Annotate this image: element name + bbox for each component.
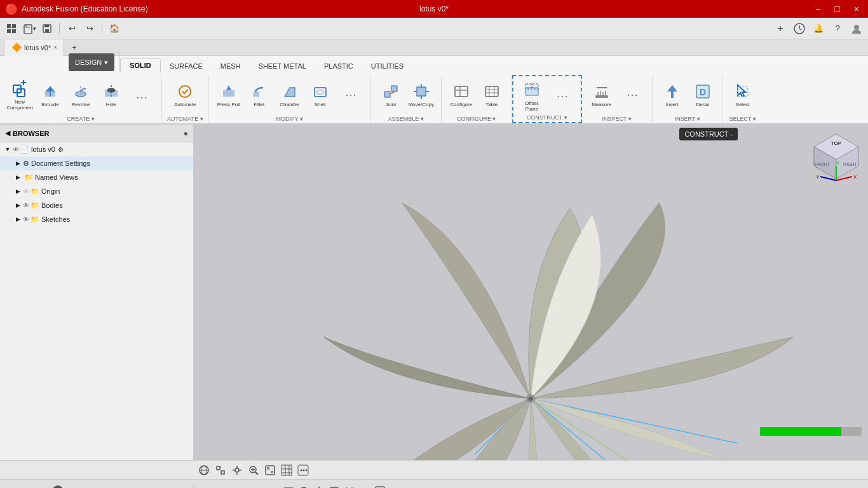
tab-plastic[interactable]: PLASTIC bbox=[315, 60, 362, 72]
tl-icon-5[interactable] bbox=[342, 484, 356, 489]
insert-button[interactable]: Insert bbox=[658, 76, 687, 111]
root-settings-icon[interactable]: ⚙ bbox=[58, 146, 64, 153]
timeline-end-button[interactable]: ⏭ bbox=[265, 484, 279, 489]
automate-button[interactable]: Automate bbox=[170, 76, 200, 111]
zoom-button[interactable] bbox=[247, 463, 261, 477]
maximize-button[interactable]: □ bbox=[831, 4, 843, 14]
display-mode-button[interactable] bbox=[263, 463, 277, 477]
design-button[interactable]: DESIGN ▾ bbox=[69, 53, 114, 71]
tab-surface[interactable]: SURFACE bbox=[161, 60, 212, 72]
undo-button[interactable]: ↩ bbox=[64, 22, 79, 36]
create-label[interactable]: CREATE bbox=[67, 116, 94, 122]
revolve-button[interactable]: Revolve bbox=[66, 76, 95, 111]
tab-solid[interactable]: SOLID bbox=[120, 58, 161, 72]
shell-button[interactable]: Shell bbox=[306, 76, 335, 111]
collapse-icon[interactable]: ◀ bbox=[5, 129, 10, 137]
grid-menu-button[interactable] bbox=[4, 22, 19, 36]
tree-item-named-views[interactable]: ▶ 📁 Named Views bbox=[0, 170, 193, 184]
origin-visibility[interactable]: 👁 bbox=[23, 188, 29, 195]
add-comment-button[interactable]: + bbox=[52, 485, 64, 489]
root-collapse-icon[interactable]: ▼ bbox=[3, 144, 13, 154]
configure-button[interactable]: Configure bbox=[447, 76, 476, 111]
configure-label[interactable]: CONFIGURE bbox=[457, 116, 496, 122]
redo-button[interactable]: ↪ bbox=[82, 22, 97, 36]
assemble-label[interactable]: ASSEMBLE bbox=[388, 116, 424, 122]
online-status[interactable] bbox=[792, 22, 807, 36]
3d-viewport-canvas[interactable] bbox=[194, 125, 868, 460]
file-menu-button[interactable]: ▾ bbox=[22, 22, 37, 36]
construct-more-button[interactable]: ⋯ bbox=[548, 78, 577, 112]
automate-label[interactable]: AUTOMATE bbox=[167, 116, 203, 122]
measure-button[interactable]: Measure bbox=[587, 76, 616, 111]
tree-item-document-settings[interactable]: ▶ ⚙ Document Settings bbox=[0, 156, 193, 170]
account-button[interactable] bbox=[849, 22, 864, 36]
bodies-arrow[interactable]: ▶ bbox=[13, 200, 23, 210]
timeline-stop-button[interactable]: ⏹ bbox=[232, 484, 246, 489]
tl-icon-3[interactable] bbox=[312, 484, 326, 489]
table-button[interactable]: Table bbox=[477, 76, 506, 111]
inspect-more-button[interactable]: ⋯ bbox=[618, 76, 647, 111]
tree-item-origin[interactable]: ▶ 👁 📁 Origin bbox=[0, 184, 193, 198]
tab-mesh[interactable]: MESH bbox=[212, 60, 250, 72]
origin-arrow[interactable]: ▶ bbox=[13, 186, 23, 196]
sketches-arrow[interactable]: ▶ bbox=[13, 214, 23, 224]
more-display-button[interactable] bbox=[296, 463, 310, 477]
decal-button[interactable]: D Decal bbox=[688, 76, 717, 111]
sketches-visibility[interactable]: 👁 bbox=[23, 216, 29, 223]
design-dropdown[interactable]: DESIGN ▾ bbox=[64, 52, 120, 72]
save-button[interactable] bbox=[39, 22, 55, 36]
tl-icon-8[interactable] bbox=[388, 484, 402, 489]
fit-to-screen-button[interactable] bbox=[214, 463, 227, 477]
close-button[interactable]: × bbox=[850, 4, 863, 14]
timeline-play-button[interactable]: ▶ bbox=[248, 484, 262, 489]
chamfer-button[interactable]: Chamfer bbox=[275, 76, 304, 111]
modify-more-button[interactable]: ⋯ bbox=[336, 76, 365, 111]
tl-icon-4[interactable] bbox=[327, 484, 341, 489]
insert-label[interactable]: INSERT bbox=[675, 116, 700, 122]
viewport[interactable]: TOP FRONT RIGHT X Z Y CONSTRUCT - bbox=[194, 125, 868, 460]
modify-label[interactable]: MODIFY bbox=[276, 116, 303, 122]
move-button[interactable]: Move/Copy bbox=[407, 76, 436, 111]
offset-plane-button[interactable]: Offset Plane bbox=[517, 78, 546, 112]
tl-icon-1[interactable] bbox=[281, 484, 295, 489]
pan-button[interactable] bbox=[230, 463, 244, 477]
add-tab-button[interactable]: + bbox=[773, 22, 788, 36]
tree-item-bodies[interactable]: ▶ 👁 📁 Bodies bbox=[0, 198, 193, 212]
tree-item-sketches[interactable]: ▶ 👁 📁 Sketches bbox=[0, 212, 193, 226]
timeline-back-button[interactable]: ⏮ bbox=[199, 484, 213, 489]
tl-icon-6[interactable] bbox=[358, 484, 372, 489]
root-visibility-icon[interactable]: 👁 bbox=[13, 146, 19, 153]
view-orbit-button[interactable] bbox=[197, 463, 211, 477]
tab-lotus[interactable]: 🔶 lotus v0* × bbox=[5, 39, 64, 56]
hole-button[interactable]: Hole bbox=[97, 76, 126, 111]
settings-button[interactable]: ⚙ bbox=[850, 486, 868, 489]
help-button[interactable]: ? bbox=[830, 22, 845, 36]
press-pull-button[interactable]: Press Pull bbox=[214, 76, 243, 111]
bodies-visibility[interactable]: 👁 bbox=[23, 202, 29, 209]
create-more-button[interactable]: … bbox=[127, 76, 156, 111]
tab-sheet-metal[interactable]: SHEET METAL bbox=[250, 60, 315, 72]
browser-close-button[interactable]: ● bbox=[184, 129, 188, 138]
named-views-arrow[interactable]: ▶ bbox=[13, 172, 23, 182]
select-label[interactable]: SELECT bbox=[729, 116, 756, 122]
grid-toggle-button[interactable] bbox=[280, 463, 294, 477]
select-button[interactable]: Select bbox=[728, 76, 757, 111]
joint-button[interactable]: Joint bbox=[376, 76, 405, 111]
new-component-button[interactable]: NewComponent bbox=[5, 76, 34, 111]
tree-root[interactable]: ▼ 👁 📄 lotus v0 ⚙ bbox=[0, 142, 193, 156]
minimize-button[interactable]: − bbox=[811, 4, 824, 14]
timeline-prev-button[interactable]: ◀ bbox=[215, 484, 229, 489]
nav-cube[interactable]: TOP FRONT RIGHT X Z Y bbox=[811, 131, 862, 182]
notifications-button[interactable]: 🔔 bbox=[811, 22, 826, 36]
tab-close-button[interactable]: × bbox=[53, 44, 57, 51]
tl-icon-2[interactable] bbox=[297, 484, 311, 489]
home-button[interactable]: 🏠 bbox=[107, 22, 122, 36]
tab-utilities[interactable]: UTILITIES bbox=[362, 60, 412, 72]
fillet-button[interactable]: Fillet bbox=[245, 76, 274, 111]
extrude-button[interactable]: Extrude bbox=[36, 76, 65, 111]
construct-section-label[interactable]: CONSTRUCT bbox=[527, 114, 567, 121]
inspect-label[interactable]: INSPECT bbox=[602, 116, 632, 122]
file-name: lotus v0* bbox=[419, 4, 449, 13]
doc-settings-arrow[interactable]: ▶ bbox=[13, 158, 23, 168]
tl-icon-7[interactable] bbox=[373, 484, 387, 489]
